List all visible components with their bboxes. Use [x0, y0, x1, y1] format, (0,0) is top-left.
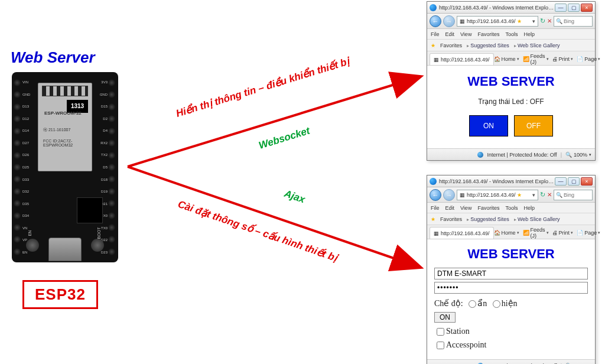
tabbar: ▦http://192.168.43.49/ 🏠 Home ▾📶 Feeds (…: [427, 51, 595, 66]
ie-icon: [430, 4, 437, 11]
shield-model: ESP-WROOM-32: [44, 110, 82, 116]
search-box[interactable]: 🔍 Bing: [554, 190, 593, 200]
zoom-control[interactable]: 🔍100%▾: [565, 152, 591, 158]
menu-help[interactable]: Help: [523, 31, 535, 37]
menu-view[interactable]: View: [460, 205, 471, 211]
radio-hidden[interactable]: [469, 300, 476, 308]
mode-label: Chế độ:: [434, 299, 463, 308]
internet-zone-icon: [477, 152, 483, 158]
toolbar-page[interactable]: 📄 Page ▾: [577, 230, 600, 236]
favorites-label[interactable]: Favorites: [440, 216, 462, 222]
en-button: [26, 239, 39, 252]
boot-label: BOOT: [97, 228, 102, 239]
toolbar-home[interactable]: 🏠 Home ▾: [494, 56, 519, 62]
close-button[interactable]: ×: [581, 177, 593, 186]
toolbar-feeds-j-[interactable]: 📶 Feeds (J) ▾: [523, 227, 549, 239]
navbar: ← → ▦ http://192.168.43.49/ ★ ▾ ↻ ✕ 🔍 Bi…: [427, 14, 595, 29]
fav-suggested-sites[interactable]: Suggested Sites: [467, 43, 509, 48]
led-off-button[interactable]: OFF: [514, 115, 553, 136]
menu-favorites[interactable]: Favorites: [477, 31, 499, 37]
maximize-button[interactable]: ▢: [568, 177, 580, 186]
search-box[interactable]: 🔍 Bing: [554, 16, 593, 27]
favorites-label[interactable]: Favorites: [440, 43, 462, 48]
address-bar[interactable]: ▦ http://192.168.43.49/ ★ ▾: [457, 190, 538, 200]
address-bar[interactable]: ▦ http://192.168.43.49/ ★ ▾: [457, 16, 538, 27]
boot-button: [91, 239, 104, 252]
led-status-text: Trạng thái Led : OFF: [434, 98, 588, 106]
statusbar: Internet | Protected Mode: Off | 🔍100%▾: [427, 148, 595, 160]
menu-file[interactable]: File: [431, 31, 440, 37]
back-button[interactable]: ←: [430, 189, 441, 201]
arrow-bottom-tech: Ajax: [282, 187, 308, 205]
stop-button[interactable]: ✕: [547, 18, 552, 24]
fav-web-slice[interactable]: Web Slice Gallery: [514, 216, 560, 222]
minimize-button[interactable]: —: [555, 4, 567, 12]
window-title: http://192.168.43.49/ - Windows Internet…: [439, 178, 555, 184]
ssid-input[interactable]: [434, 268, 588, 280]
favorites-star-icon: ★: [431, 216, 435, 222]
window-title: http://192.168.43.49/ - Windows Internet…: [439, 5, 555, 11]
stop-button[interactable]: ✕: [547, 191, 552, 198]
close-button[interactable]: ×: [581, 4, 593, 12]
fav-suggested-sites[interactable]: Suggested Sites: [467, 216, 509, 222]
esp32-name-box: ESP32: [22, 280, 98, 309]
shield-fcc: FCC ID:2AC7Z-ESPWROOM32: [43, 139, 92, 147]
favorites-star-icon: ★: [431, 43, 435, 48]
toolbar-print[interactable]: 🖨 Print ▾: [552, 56, 574, 62]
diagram-title: Web Server: [11, 48, 95, 67]
reload-button[interactable]: ↻: [540, 191, 545, 199]
page-content-config: WEB SERVER Chế độ: ẩn hiện ON Station Ac…: [427, 239, 595, 359]
search-icon: 🔍: [556, 192, 562, 198]
favorite-star-icon[interactable]: ★: [517, 192, 522, 198]
toolbar-page[interactable]: 📄 Page ▾: [577, 56, 600, 62]
radio-visible[interactable]: [493, 300, 500, 308]
reload-button[interactable]: ↻: [540, 17, 545, 25]
menu-tools[interactable]: Tools: [505, 31, 518, 37]
menu-file[interactable]: File: [431, 205, 440, 211]
maximize-button[interactable]: ▢: [568, 4, 580, 12]
tab-page-icon: ▦: [434, 57, 439, 63]
menu-help[interactable]: Help: [523, 205, 535, 211]
esp32-shield: 1313 ESP-WROOM-32 ⓔ 211-161007 FCC ID:2A…: [38, 83, 92, 171]
menu-favorites[interactable]: Favorites: [477, 205, 499, 211]
svg-line-0: [128, 77, 419, 167]
led-on-button[interactable]: ON: [469, 115, 508, 136]
menu-view[interactable]: View: [460, 31, 471, 37]
page-content-control: WEB SERVER Trạng thái Led : OFF ON OFF: [427, 66, 595, 148]
accesspoint-checkbox[interactable]: [437, 342, 444, 349]
menu-edit[interactable]: Edit: [445, 31, 455, 37]
status-text: Internet | Protected Mode: Off: [487, 152, 557, 158]
titlebar: http://192.168.43.49/ - Windows Internet…: [427, 2, 595, 14]
password-input[interactable]: [434, 282, 588, 294]
browser-tab[interactable]: ▦http://192.168.43.49/: [430, 53, 494, 65]
station-checkbox[interactable]: [437, 328, 444, 336]
browser-tab[interactable]: ▦http://192.168.43.49/: [430, 227, 494, 239]
toolbar-feeds-j-[interactable]: 📶 Feeds (J) ▾: [523, 53, 549, 65]
toolbar-home[interactable]: 🏠 Home ▾: [494, 230, 519, 236]
en-label: EN: [28, 230, 32, 236]
favorites-bar: ★ Favorites Suggested Sites Web Slice Ga…: [427, 213, 595, 225]
favorites-bar: ★ Favorites Suggested Sites Web Slice Ga…: [427, 40, 595, 51]
tabbar: ▦http://192.168.43.49/ 🏠 Home ▾📶 Feeds (…: [427, 225, 595, 239]
back-button[interactable]: ←: [430, 15, 441, 27]
esp32-chip: [77, 197, 103, 223]
menu-edit[interactable]: Edit: [445, 205, 455, 211]
minimize-button[interactable]: —: [555, 177, 567, 186]
page-icon: ▦: [460, 18, 465, 24]
toolbar-print[interactable]: 🖨 Print ▾: [552, 230, 574, 236]
forward-button[interactable]: →: [443, 189, 455, 201]
fav-web-slice[interactable]: Web Slice Gallery: [514, 43, 560, 48]
favorite-star-icon[interactable]: ★: [517, 18, 522, 24]
esp32-board: VINGNDD13D12D14D27D26D25D33D32D35D34VNVP…: [12, 72, 118, 262]
statusbar: Internet | Protected Mode: Off | 🔍100%▾: [427, 359, 595, 364]
micro-usb-port: [48, 238, 82, 261]
address-dropdown-icon[interactable]: ▾: [532, 18, 535, 24]
page-heading: WEB SERVER: [434, 74, 588, 89]
menu-tools[interactable]: Tools: [505, 205, 518, 211]
menubar: FileEditViewFavoritesToolsHelp: [427, 29, 595, 40]
forward-button[interactable]: →: [443, 15, 455, 27]
tab-page-icon: ▦: [434, 230, 439, 236]
address-dropdown-icon[interactable]: ▾: [532, 192, 535, 198]
search-icon: 🔍: [556, 18, 562, 24]
submit-on-button[interactable]: ON: [434, 312, 456, 323]
